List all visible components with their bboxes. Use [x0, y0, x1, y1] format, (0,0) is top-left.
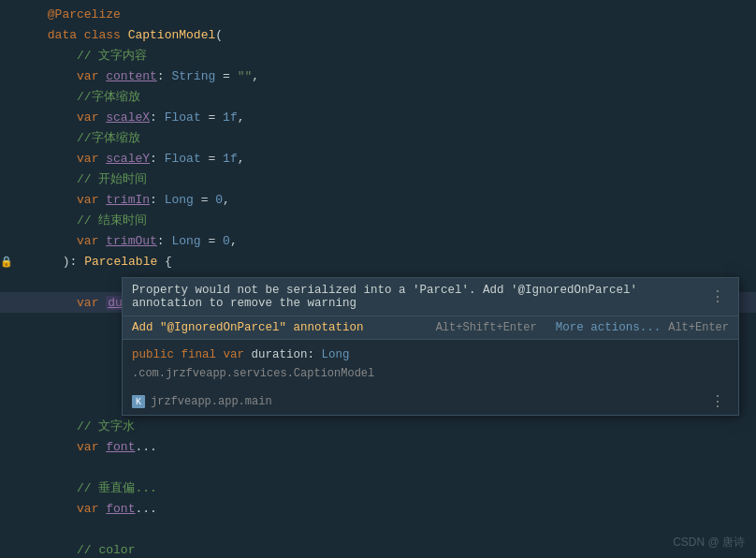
tooltip-popup: Property would not be serialized into a … [122, 277, 739, 416]
file-name: jrzfveapp.app.main [151, 395, 272, 408]
action-shortcut: Alt+Shift+Enter [436, 321, 537, 334]
tooltip-message: Property would not be serialized into a … [132, 284, 706, 310]
code-line: var font... [0, 498, 756, 519]
more-shortcut: Alt+Enter [668, 321, 729, 334]
more-actions-link[interactable]: More actions... [556, 321, 662, 334]
file-icon: K [132, 395, 145, 408]
tooltip-code-line-2: .com.jrzfveapp.services.CaptionModel [132, 364, 729, 383]
tooltip-options-dots[interactable]: ⋮ [706, 287, 729, 306]
code-line: var font... [0, 436, 756, 457]
lock-icon: 🔒 [0, 256, 13, 268]
code-editor: @Parcelize data class CaptionModel( // 文… [0, 0, 756, 558]
file-options-dots[interactable]: ⋮ [706, 392, 729, 411]
add-annotation-action[interactable]: Add "@IgnoredOnParcel" annotation [132, 321, 429, 334]
tooltip-code-section: public final var duration: Long .com.jrz… [123, 340, 738, 389]
tooltip-file-row: K jrzfveapp.app.main ⋮ [123, 389, 738, 415]
watermark: CSDN @ 唐诗 [673, 535, 745, 551]
tooltip-action-row[interactable]: Add "@IgnoredOnParcel" annotation Alt+Sh… [123, 316, 738, 340]
code-line: 🔒 ): Parcelable { [0, 251, 756, 272]
tooltip-header: Property would not be serialized into a … [123, 278, 738, 316]
tooltip-code-line-1: public final var duration: Long [132, 345, 729, 364]
